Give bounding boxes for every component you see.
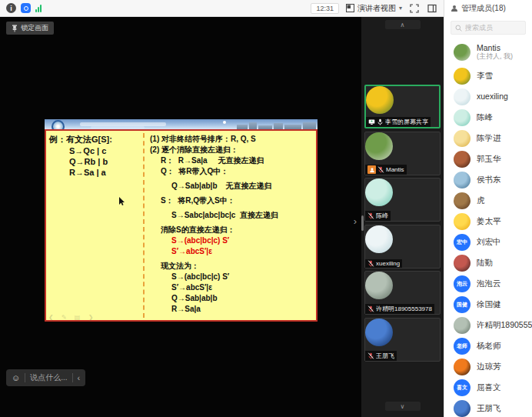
member-row[interactable]: 李雪	[444, 65, 532, 86]
member-row[interactable]: 宏中刘宏中	[444, 232, 532, 252]
slide-body: 例：有文法G[S]: S→Qc | cQ→Rb | bR→Sa | a (1) …	[45, 129, 318, 322]
filmstrip-scrollbar[interactable]	[361, 215, 364, 231]
avatar	[454, 192, 470, 209]
search-icon	[455, 25, 462, 32]
mic-muted-icon	[367, 305, 374, 312]
pin-icon	[12, 25, 18, 32]
avatar	[365, 132, 393, 160]
mic-muted-icon	[377, 166, 384, 173]
grammar-production: R→Sa | a	[49, 167, 143, 178]
member-list: Mantis(主持人, 我)李雪xuexiling陈峰陈学进郭玉华侯书东虎姜太平…	[444, 38, 532, 417]
derivation-step: Q→Sab|ab|b	[150, 293, 316, 304]
member-row[interactable]: 陈学进	[444, 128, 532, 148]
member-name: 徐国健	[477, 300, 501, 309]
derivation-step: S→Sabc|abc|bc|c 直接左递归	[150, 210, 316, 221]
member-role-label: (主持人, 我)	[477, 52, 513, 61]
presentation-slide: 例：有文法G[S]: S→Qc | cQ→Rb | bR→Sa | a (1) …	[45, 119, 318, 322]
derivation-step: R： R→Sa|a 无直接左递归	[150, 155, 316, 166]
expand-panel-arrow[interactable]: ›	[354, 215, 357, 227]
member-name: 陈峰	[477, 113, 493, 122]
derivation-step: 现文法为：	[150, 261, 316, 272]
host-badge	[367, 165, 376, 174]
member-row[interactable]: 郭玉华	[444, 148, 532, 169]
emoji-icon[interactable]: ☺	[12, 373, 20, 382]
member-row[interactable]: 王朋飞	[444, 398, 532, 417]
thumbnail-label: Mantis	[365, 165, 407, 175]
member-panel-title: 管理成员(18)	[461, 3, 506, 14]
mouse-cursor-icon	[118, 197, 125, 206]
member-name: 陆勤	[477, 259, 493, 267]
member-row[interactable]: xuexiling	[444, 86, 532, 107]
meeting-info-icon[interactable]: i	[6, 3, 16, 13]
fullscreen-icon[interactable]	[409, 3, 420, 14]
member-row[interactable]: 许精明18905553978	[444, 315, 532, 335]
network-signal-icon[interactable]	[35, 5, 42, 12]
screen-share-icon	[368, 118, 375, 125]
slide-left-column: 例：有文法G[S]: S→Qc | cQ→Rb | bR→Sa | a	[46, 131, 143, 320]
mic-muted-icon	[367, 212, 374, 219]
member-name: 杨老师	[477, 342, 501, 350]
participant-name: xuexiling	[376, 260, 400, 267]
person-icon	[451, 5, 458, 12]
chat-quick-bar: ☺ 说点什么... ‹	[6, 369, 85, 386]
member-row[interactable]: 国健徐国健	[444, 294, 532, 315]
avatar	[454, 151, 470, 168]
side-panel-toggle-icon[interactable]	[427, 3, 437, 14]
video-thumbnail[interactable]: xuexiling	[364, 225, 441, 269]
member-name: 边琼芳	[477, 362, 501, 371]
member-row[interactable]: 喜文屈喜文	[444, 377, 532, 398]
avatar: 国健	[454, 296, 470, 313]
derivation-step: Q→Sab|ab|b 无直接左递归	[150, 181, 316, 192]
member-row[interactable]: 边琼芳	[444, 356, 532, 377]
member-row[interactable]: Mantis(主持人, 我)	[444, 38, 532, 65]
avatar	[454, 88, 470, 105]
thumbnail-label: 许精明18905553978	[365, 304, 434, 314]
member-row[interactable]: 陈峰	[444, 107, 532, 128]
derivation-step: S′→abcS′|ε	[150, 246, 316, 257]
mic-muted-icon	[367, 260, 374, 267]
video-filmstrip: ∧ 李雪的屏幕共享Mantis陈峰xuexiling许精明18905553978…	[361, 17, 444, 417]
video-thumbnail[interactable]: 王朋飞	[364, 318, 441, 362]
video-thumbnail[interactable]: 许精明18905553978	[364, 271, 441, 315]
video-thumbnail[interactable]: 陈峰	[364, 178, 441, 222]
meeting-clock: 12:31	[311, 3, 339, 14]
speaker-view-button[interactable]: 演讲者视图 ▾	[346, 3, 402, 14]
university-logo-icon	[52, 120, 65, 129]
member-row[interactable]: 老师杨老师	[444, 335, 532, 356]
collapse-chat-icon[interactable]: ‹	[78, 373, 81, 382]
sun-dot	[223, 121, 226, 124]
member-name: 陈学进	[477, 134, 501, 142]
member-panel-header: 管理成员(18)	[444, 0, 532, 17]
filmstrip-scroll-up[interactable]: ∧	[385, 20, 421, 29]
avatar	[454, 255, 470, 272]
member-search-input[interactable]: 搜索成员	[451, 21, 526, 35]
video-thumbnail[interactable]: Mantis	[364, 132, 441, 175]
meeting-security-icon[interactable]	[21, 3, 31, 13]
derivation-step: (2) 逐个消除直接左递归：	[150, 145, 316, 155]
shared-screen-stage: 锁定画面 例：有文法G[S]: S→Qc | cQ→Rb | bR→Sa | a	[0, 17, 361, 417]
avatar: 泡云	[454, 275, 470, 292]
participant-name: 陈峰	[376, 212, 388, 220]
presenter-toolbar-icons[interactable]: ❮ ✎ ▤ ❯	[48, 314, 96, 321]
member-row[interactable]: 虎	[444, 190, 532, 211]
member-row[interactable]: 泡云泡泡云	[444, 273, 532, 294]
chat-input-placeholder[interactable]: 说点什么...	[30, 372, 67, 383]
member-name: 刘宏中	[477, 238, 501, 246]
grammar-production: Q→Rb | b	[49, 156, 143, 167]
member-row[interactable]: 姜太平	[444, 211, 532, 232]
member-name: Mantis	[477, 44, 513, 52]
member-row[interactable]: 侯书东	[444, 169, 532, 190]
member-name: 虎	[477, 196, 485, 205]
member-row[interactable]: 陆勤	[444, 252, 532, 273]
participant-name: Mantis	[386, 166, 404, 173]
host-icon	[369, 167, 375, 173]
member-name: 王朋飞	[477, 404, 501, 412]
video-thumbnail[interactable]: 李雪的屏幕共享	[364, 85, 441, 128]
thumbnail-label: xuexiling	[365, 259, 402, 268]
participant-name: 李雪的屏幕共享	[385, 118, 428, 126]
lock-view-button[interactable]: 锁定画面	[6, 22, 54, 35]
avatar	[454, 400, 470, 417]
member-panel: 管理成员(18) 搜索成员 Mantis(主持人, 我)李雪xuexiling陈…	[444, 0, 532, 417]
filmstrip-scroll-down[interactable]: ∨	[385, 402, 421, 411]
toolbar-left-group: i	[0, 3, 42, 13]
